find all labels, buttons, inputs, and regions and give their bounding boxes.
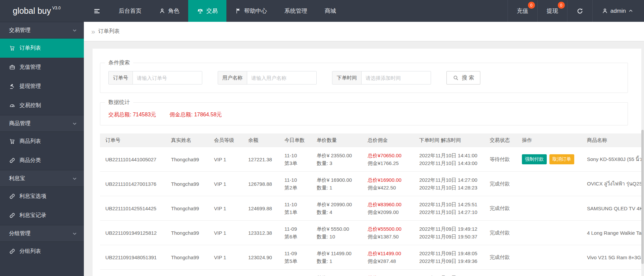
search-button[interactable]: 搜 索 [446,71,480,85]
username: admin [610,8,626,14]
cell-times-line2: 2022年11月10日 14:27:10 [419,208,482,216]
cell-total-commission-line1: 总价¥70650.00 [368,152,411,159]
search-form: 订单号用户名称下单时间 搜 索 [100,66,628,93]
cell-day-count: 11-09 [279,270,311,276]
chevron-down-icon [72,28,77,33]
nav-item-trade[interactable]: 交易 [188,0,226,22]
chevron-down-icon [72,231,77,236]
cell-times-line1: 2022年11月09日 19:49:12 [419,225,482,233]
refresh-button[interactable] [567,0,592,22]
force-pay-button[interactable]: 强制付款 [522,154,547,164]
cell-product-name: SAMSUNG QLED TV 4K [582,196,641,221]
cell-price-qty: 单价¥ 5550.00数量: 10 [311,221,362,245]
stats-row: 交易总额: 714583元 佣金总额: 17864.58元 [100,106,628,125]
col-header-0: 订单号 [100,133,166,147]
nav-item-help-center[interactable]: 帮助中心 [226,0,276,22]
stats-fieldset: 数据统计 交易总额: 714583元 佣金总额: 17864.58元 [100,99,628,125]
cell-price-qty-line1: 单价¥ 5550.00 [317,225,360,233]
col-header-10: 商品名称 [582,133,641,147]
search-input-user-name[interactable] [247,71,316,84]
cell-total-commission-line2: 佣金¥287.48 [368,257,411,265]
flag-icon [235,8,241,14]
sidebar-item-trade-control[interactable]: 交易控制 [0,96,84,115]
cell-balance: 123312.38 [243,221,279,245]
sidebar-item-lixibao-records[interactable]: 利息宝记录 [0,206,84,225]
cell-day-count-line2: 第2单 [284,184,309,191]
total-trade-amount: 交易总额: 714583元 [108,112,156,117]
sidebar-item-label: 利息宝选项 [19,193,46,200]
search-field-order-no: 订单号 [108,71,202,85]
cell-status [484,270,517,276]
search-button-label: 搜 索 [462,74,474,81]
nav-item-home[interactable]: 后台首页 [110,0,150,22]
search-input-order-time[interactable] [362,71,431,84]
table-body: UB2211101441005027Thongcha99VIP 1127221.… [100,147,641,276]
cell-price-qty: 单价¥ 2550.00 [311,270,362,276]
cell-product-name [582,270,641,276]
cell-total-commission-line2: 佣金¥1387.50 [368,233,411,240]
orders-table: 订单号真实姓名会员等级余额今日单数单价数量总价佣金下单时间 解冻时间交易状态操作… [100,133,641,276]
cell-price-qty-line2: 数量: 1 [317,257,360,265]
cell-day-count-line2: 第6单 [284,233,309,240]
cell-day-count-line1: 11-09 [284,225,309,233]
nav-item-role[interactable]: 角色 [150,0,188,22]
table-row: UB2211101427001376Thongcha99VIP 1126798.… [100,172,641,196]
cancel-order-button[interactable]: 取消订单 [549,154,574,164]
cart-icon [9,138,15,145]
recharge-button[interactable]: 充值 0 [507,0,537,22]
user-menu[interactable]: admin [592,0,644,22]
nav-item-mall[interactable]: 商城 [316,0,345,22]
sidebar-item-goods-list[interactable]: 商品列表 [0,132,84,151]
sidebar-item-order-list[interactable]: 订单列表 [0,39,84,58]
cell-day-count-line2: 第5单 [284,257,309,265]
cell-total-commission: 总价¥83960.00佣金¥2099.00 [362,196,414,221]
cell-product-name: OVICX ลู่วิ่งไฟฟ้า รุ่นQ2S T [582,172,641,196]
recharge-badge: 0 [528,2,535,9]
sidebar-item-goods-category[interactable]: 商品分类 [0,151,84,170]
sidebar-section-title: 交易管理 [9,27,31,34]
cell-status: 等待付款 [484,147,517,172]
sidebar-section-title: 分组管理 [9,230,31,237]
col-header-1: 真实姓名 [166,133,209,147]
cell-real-name: Thongcha99 [166,172,209,196]
col-header-2: 会员等级 [209,133,243,147]
breadcrumb: » 订单列表 [84,22,644,41]
nav-item-label: 角色 [168,7,179,15]
nav-item-label: 后台首页 [119,7,142,15]
cell-times: 2022年11月10日 14:25:512022年11月10日 14:27:10 [414,196,484,221]
menu-toggle-button[interactable] [84,0,110,22]
cell-times: 2022年11月09日 19:37:18 [414,270,484,276]
link-icon [9,193,15,200]
cell-price-qty-line2: 数量: 4 [317,208,360,216]
table-header-row: 订单号真实姓名会员等级余额今日单数单价数量总价佣金下单时间 解冻时间交易状态操作… [100,133,641,147]
sidebar-item-label: 利息宝记录 [19,212,46,219]
sidebar-section-trade-mgmt[interactable]: 交易管理 [0,22,84,39]
cell-times: 2022年11月10日 14:27:002022年11月10日 14:28:23 [414,172,484,196]
search-input-order-no[interactable] [133,71,202,84]
cell-balance: 127221.38 [243,147,279,172]
sidebar-item-lixibao-options[interactable]: 利息宝选项 [0,187,84,206]
sidebar-section-lixibao[interactable]: 利息宝 [0,170,84,187]
cell-vip-level: VIP 1 [209,172,243,196]
cell-product-name: Sony KD-55X80J (55 นิ้ว) [582,147,641,172]
table-row: UB2211091949125812Thongcha99VIP 1123312.… [100,221,641,245]
cell-times-line1: 2022年11月09日 19:37:18 [419,274,482,276]
cell-balance: 124699.88 [243,196,279,221]
sidebar-item-recharge-mgmt[interactable]: 充值管理 [0,58,84,77]
nav-item-system[interactable]: 系统管理 [276,0,316,22]
cell-status: 完成付款 [484,221,517,245]
scrollbar-thumb[interactable] [641,130,644,264]
sidebar-item-group-list[interactable]: 分组列表 [0,242,84,261]
sidebar-item-label: 提现管理 [19,83,41,90]
sidebar-item-withdraw-mgmt[interactable]: 提现管理 [0,77,84,96]
sidebar-section-title: 利息宝 [9,175,25,182]
sidebar-section-goods-mgmt[interactable]: 商品管理 [0,115,84,132]
cell-price-qty: 单价¥ 16900.00数量: 1 [311,172,362,196]
cell-total-commission-line2: 佣金¥2099.00 [368,208,411,216]
cell-vip-level [209,270,243,276]
sidebar-section-group-mgmt[interactable]: 分组管理 [0,225,84,242]
cell-order-no: UB2211101425514425 [100,196,166,221]
cell-day-count-line2: 第1单 [284,208,309,216]
col-header-6: 总价佣金 [362,133,414,147]
withdraw-button[interactable]: 提现 0 [537,0,567,22]
